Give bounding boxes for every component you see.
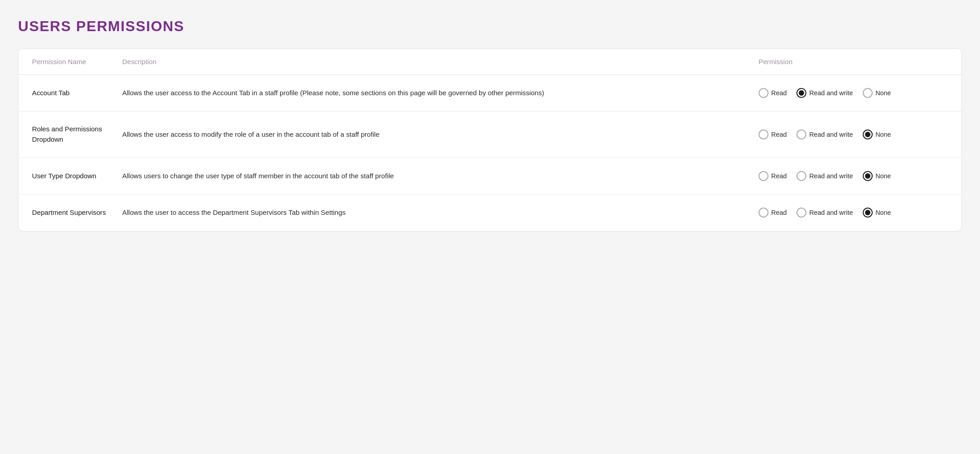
- permission-description: Allows the user access to modify the rol…: [122, 129, 759, 140]
- radio-label-none: None: [875, 89, 891, 97]
- radio-group-read-and-write[interactable]: Read and write: [796, 88, 853, 98]
- radio-none-account-tab[interactable]: [863, 88, 873, 98]
- radio-label-read: Read: [771, 89, 787, 97]
- permission-name: User Type Dropdown: [32, 171, 122, 181]
- radio-read-department-supervisors[interactable]: [759, 208, 768, 218]
- radio-group-none[interactable]: None: [863, 130, 891, 139]
- permission-controls: ReadRead and writeNone: [759, 208, 948, 218]
- radio-label-read: Read: [771, 172, 787, 180]
- radio-read-and-write-roles-permissions[interactable]: [796, 130, 806, 139]
- page-title: USERS PERMISSIONS: [18, 18, 962, 35]
- radio-group-read-and-write[interactable]: Read and write: [796, 130, 853, 139]
- radio-read-and-write-user-type[interactable]: [796, 171, 806, 181]
- radio-group-read[interactable]: Read: [759, 171, 787, 181]
- radio-label-none: None: [875, 131, 891, 138]
- permission-name: Department Supervisors: [32, 208, 122, 218]
- radio-read-account-tab[interactable]: [759, 88, 768, 98]
- radio-none-user-type[interactable]: [863, 171, 873, 181]
- radio-label-none: None: [875, 172, 891, 180]
- radio-label-read-and-write: Read and write: [809, 209, 853, 216]
- radio-read-roles-permissions[interactable]: [759, 130, 768, 139]
- radio-group-read[interactable]: Read: [759, 130, 787, 139]
- permission-description: Allows the user to access the Department…: [122, 207, 759, 218]
- header-permission: Permission: [759, 58, 948, 65]
- header-description: Description: [122, 58, 759, 65]
- table-row: User Type DropdownAllows users to change…: [18, 158, 962, 195]
- table-header: Permission Name Description Permission: [18, 49, 962, 75]
- table-row: Department SupervisorsAllows the user to…: [18, 195, 962, 231]
- radio-label-read-and-write: Read and write: [809, 89, 853, 97]
- radio-label-read-and-write: Read and write: [809, 131, 853, 138]
- permissions-table: Permission Name Description Permission A…: [18, 48, 962, 232]
- radio-none-roles-permissions[interactable]: [863, 130, 873, 139]
- permission-name: Account Tab: [32, 88, 122, 98]
- radio-read-user-type[interactable]: [759, 171, 768, 181]
- radio-label-read: Read: [771, 209, 787, 216]
- radio-group-read-and-write[interactable]: Read and write: [796, 171, 853, 181]
- radio-group-none[interactable]: None: [863, 208, 891, 218]
- radio-none-department-supervisors[interactable]: [863, 208, 873, 218]
- radio-read-and-write-department-supervisors[interactable]: [796, 208, 806, 218]
- radio-group-read-and-write[interactable]: Read and write: [796, 208, 853, 218]
- table-body: Account TabAllows the user access to the…: [18, 75, 962, 231]
- radio-group-none[interactable]: None: [863, 171, 891, 181]
- permission-description: Allows users to change the user type of …: [122, 171, 759, 181]
- header-name: Permission Name: [32, 58, 122, 65]
- table-row: Roles and Permissions DropdownAllows the…: [18, 111, 962, 158]
- radio-group-none[interactable]: None: [863, 88, 891, 98]
- radio-label-none: None: [875, 209, 891, 216]
- table-row: Account TabAllows the user access to the…: [18, 75, 962, 111]
- permission-controls: ReadRead and writeNone: [759, 130, 948, 139]
- permission-name: Roles and Permissions Dropdown: [32, 124, 122, 145]
- radio-label-read-and-write: Read and write: [809, 172, 853, 180]
- radio-label-read: Read: [771, 131, 787, 138]
- permission-description: Allows the user access to the Account Ta…: [122, 88, 759, 98]
- permission-controls: ReadRead and writeNone: [759, 88, 948, 98]
- radio-group-read[interactable]: Read: [759, 88, 787, 98]
- radio-read-and-write-account-tab[interactable]: [796, 88, 806, 98]
- permission-controls: ReadRead and writeNone: [759, 171, 948, 181]
- radio-group-read[interactable]: Read: [759, 208, 787, 218]
